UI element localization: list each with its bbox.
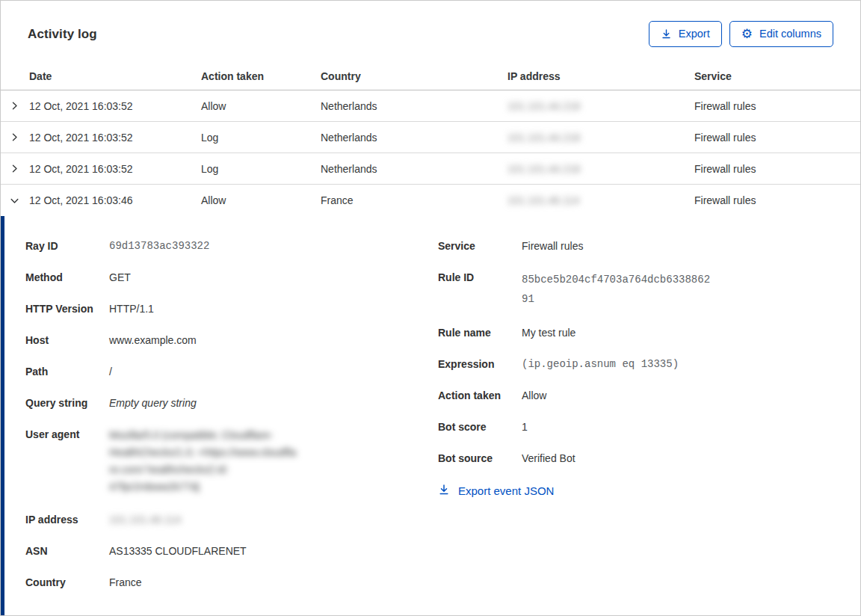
row-date: 12 Oct, 2021 16:03:52	[29, 100, 201, 112]
row-country: Netherlands	[321, 132, 507, 144]
activity-log-panel: Activity log Export ⚙︎ Edit columns Date…	[0, 0, 861, 616]
event-detail-left-column: Ray ID 69d13783ac393322 Method GET HTTP …	[25, 238, 438, 606]
row-country: France	[321, 194, 507, 206]
field-service: Service Firewall rules	[438, 238, 833, 253]
export-button[interactable]: Export	[649, 21, 722, 47]
path-value: /	[109, 364, 112, 379]
col-header-date: Date	[29, 70, 201, 82]
page-title: Activity log	[28, 27, 97, 42]
header: Activity log Export ⚙︎ Edit columns	[1, 1, 860, 63]
event-detail-right-column: Service Firewall rules Rule ID 85bce5b20…	[438, 238, 833, 606]
row-date: 12 Oct, 2021 16:03:52	[29, 132, 201, 144]
event-detail-panel: Ray ID 69d13783ac393322 Method GET HTTP …	[1, 216, 860, 615]
field-method: Method GET	[25, 270, 438, 285]
edit-columns-button[interactable]: ⚙︎ Edit columns	[729, 21, 833, 47]
row-country: Netherlands	[321, 163, 507, 175]
field-ip-address: IP address 101.101.46.114	[25, 512, 438, 527]
bot-source-value: Verified Bot	[522, 451, 575, 466]
expression-value: (ip.geoip.asnum eq 13335)	[522, 357, 679, 372]
field-expression: Expression (ip.geoip.asnum eq 13335)	[438, 357, 833, 372]
host-value: www.example.com	[109, 333, 197, 348]
field-action-taken: Action taken Allow	[438, 388, 833, 403]
row-ip-address-redacted: 101.101.44.218	[507, 132, 580, 144]
asn-value: AS13335 CLOUDFLARENET	[109, 543, 247, 558]
field-host: Host www.example.com	[25, 333, 438, 348]
table-row[interactable]: 12 Oct, 2021 16:03:52 Log Netherlands 10…	[1, 122, 860, 153]
col-header-action-taken: Action taken	[201, 70, 321, 82]
row-country: Netherlands	[321, 100, 507, 112]
table-row[interactable]: 12 Oct, 2021 16:03:52 Log Netherlands 10…	[1, 153, 860, 185]
chevron-right-icon	[1, 163, 29, 174]
row-service: Firewall rules	[694, 132, 860, 144]
row-ip-address-redacted: 101.101.46.114	[507, 194, 579, 206]
chevron-right-icon	[1, 132, 29, 143]
row-service: Firewall rules	[694, 100, 860, 112]
rule-id-value: 85bce5b204cf4703a764dcb633886291	[522, 270, 715, 309]
field-rule-name: Rule name My test rule	[438, 325, 833, 340]
field-bot-score: Bot score 1	[438, 419, 833, 434]
col-header-service: Service	[694, 70, 860, 82]
http-version-value: HTTP/1.1	[109, 301, 154, 316]
country-value: France	[109, 575, 142, 590]
field-ray-id: Ray ID 69d13783ac393322	[25, 238, 438, 253]
export-event-json-label: Export event JSON	[458, 484, 554, 497]
row-date: 12 Oct, 2021 16:03:46	[29, 194, 201, 206]
field-bot-source: Bot source Verified Bot	[438, 451, 833, 466]
field-query-string: Query string Empty query string	[25, 395, 438, 410]
table-header: Date Action taken Country IP address Ser…	[1, 63, 860, 90]
row-date: 12 Oct, 2021 16:03:52	[29, 163, 201, 175]
field-path: Path /	[25, 364, 438, 379]
row-ip-address-redacted: 101.101.44.218	[507, 100, 580, 112]
edit-columns-button-label: Edit columns	[759, 28, 821, 40]
row-service: Firewall rules	[694, 194, 860, 206]
field-rule-id: Rule ID 85bce5b204cf4703a764dcb633886291	[438, 270, 833, 309]
chevron-right-icon	[1, 100, 29, 111]
field-country: Country France	[25, 575, 438, 590]
rule-name-value: My test rule	[522, 325, 575, 340]
method-value: GET	[109, 270, 131, 285]
query-string-value: Empty query string	[109, 395, 197, 410]
download-icon	[438, 484, 450, 498]
ip-address-value-redacted: 101.101.46.114	[109, 514, 181, 526]
col-header-ip-address: IP address	[507, 70, 694, 82]
user-agent-value-redacted: Mozilla/5.0 (compatible; Cloudflare- Hea…	[109, 427, 296, 496]
row-action-taken: Allow	[201, 100, 321, 112]
action-taken-value: Allow	[522, 388, 546, 403]
row-action-taken: Log	[201, 163, 321, 175]
row-action-taken: Log	[201, 132, 321, 144]
gear-icon: ⚙︎	[741, 28, 753, 40]
field-http-version: HTTP Version HTTP/1.1	[25, 301, 438, 316]
row-ip-address-redacted: 101.101.44.218	[507, 163, 580, 175]
export-button-label: Export	[679, 28, 710, 40]
service-value: Firewall rules	[522, 238, 583, 253]
field-user-agent: User agent Mozilla/5.0 (compatible; Clou…	[25, 427, 438, 496]
table-row[interactable]: 12 Oct, 2021 16:03:52 Allow Netherlands …	[1, 90, 860, 122]
col-header-country: Country	[321, 70, 507, 82]
bot-score-value: 1	[522, 419, 528, 434]
export-event-json-link[interactable]: Export event JSON	[438, 484, 554, 498]
table-row-expanded[interactable]: 12 Oct, 2021 16:03:46 Allow France 101.1…	[1, 185, 860, 216]
chevron-down-icon	[1, 195, 29, 206]
row-service: Firewall rules	[694, 163, 860, 175]
download-icon	[661, 28, 672, 40]
field-asn: ASN AS13335 CLOUDFLARENET	[25, 543, 438, 558]
row-action-taken: Allow	[201, 194, 321, 206]
header-actions: Export ⚙︎ Edit columns	[649, 21, 833, 47]
ray-id-value: 69d13783ac393322	[109, 238, 209, 253]
